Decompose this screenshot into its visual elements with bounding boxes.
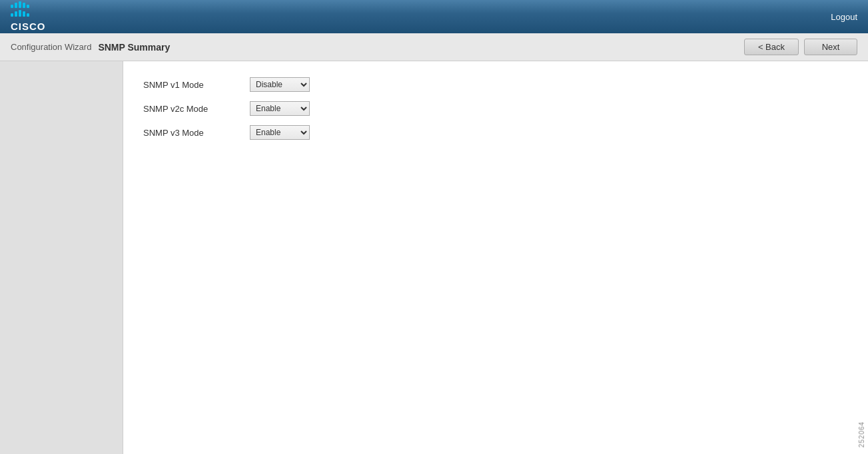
- wizard-label: Configuration Wizard: [11, 42, 91, 52]
- cisco-logo-bars-top: [11, 1, 29, 8]
- select-snmp-v2c-mode[interactable]: DisableEnable: [250, 101, 310, 116]
- select-snmp-v1-mode[interactable]: DisableEnable: [250, 77, 310, 92]
- toolbar-right: < Back Next: [744, 39, 857, 55]
- page-title: SNMP Summary: [98, 42, 170, 53]
- bar-icon: [27, 5, 29, 8]
- bar-icon: [11, 5, 13, 8]
- bar-icon: [15, 11, 17, 17]
- form-row: SNMP v1 ModeDisableEnable: [143, 77, 848, 92]
- logout-button[interactable]: Logout: [831, 12, 857, 22]
- bar-icon: [15, 3, 17, 8]
- bar-icon: [23, 11, 25, 17]
- cisco-logo-bars-bottom: [11, 10, 29, 17]
- bar-icon: [23, 3, 25, 8]
- form-row: SNMP v2c ModeDisableEnable: [143, 101, 848, 116]
- content-area: SNMP v1 ModeDisableEnableSNMP v2c ModeDi…: [123, 61, 868, 454]
- cisco-logo: CISCO: [11, 1, 46, 32]
- label-snmp-v3-mode: SNMP v3 Mode: [143, 128, 250, 138]
- toolbar-left: Configuration Wizard SNMP Summary: [11, 42, 170, 53]
- next-button[interactable]: Next: [804, 39, 857, 55]
- sidebar: [0, 61, 123, 454]
- watermark: 252064: [858, 421, 865, 447]
- form-row: SNMP v3 ModeDisableEnable: [143, 125, 848, 140]
- label-snmp-v1-mode: SNMP v1 Mode: [143, 80, 250, 90]
- cisco-wordmark: CISCO: [11, 21, 46, 32]
- toolbar: Configuration Wizard SNMP Summary < Back…: [0, 33, 868, 61]
- header: CISCO Logout: [0, 0, 868, 33]
- back-button[interactable]: < Back: [744, 39, 799, 55]
- bar-icon: [19, 10, 21, 17]
- label-snmp-v2c-mode: SNMP v2c Mode: [143, 104, 250, 114]
- bar-icon: [11, 13, 13, 17]
- main-layout: SNMP v1 ModeDisableEnableSNMP v2c ModeDi…: [0, 61, 868, 454]
- bar-icon: [19, 1, 21, 8]
- bar-icon: [27, 13, 29, 17]
- select-snmp-v3-mode[interactable]: DisableEnable: [250, 125, 310, 140]
